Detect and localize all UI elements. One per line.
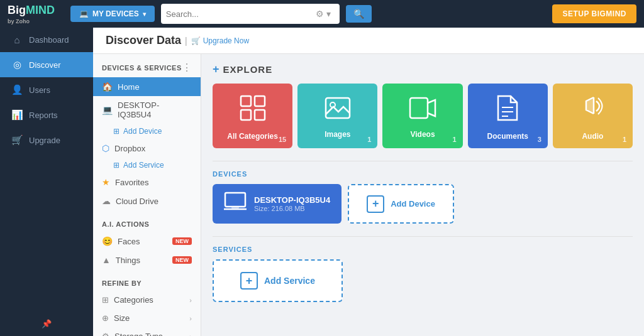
- cart-icon: 🛒: [11, 134, 23, 146]
- explore-card-documents[interactable]: Documents 3: [468, 84, 548, 148]
- breadcrumb: Discover Data | 🛒 Upgrade Now: [93, 28, 644, 54]
- sidebar-item-users[interactable]: 👤 Users: [0, 77, 93, 102]
- ai-actions-title: A.I. ACTIONS: [102, 220, 149, 228]
- explore-card-videos[interactable]: Videos 1: [382, 84, 462, 148]
- laptop-panel-icon: 💻: [102, 105, 113, 115]
- svg-rect-0: [241, 96, 251, 106]
- upgrade-now-label: Upgrade Now: [203, 36, 249, 45]
- explore-cards: All Categories 15 Images 1: [213, 84, 633, 148]
- device-size: Size: 216.08 MB: [254, 205, 330, 212]
- more-options-icon[interactable]: ⋮: [182, 62, 192, 73]
- sidebar-item-label: Upgrade: [29, 136, 60, 145]
- panel-item-cloud-drive[interactable]: ☁ Cloud Drive: [93, 192, 201, 210]
- audio-label: Audio: [582, 132, 603, 141]
- chevron-down-icon: ▾: [143, 11, 146, 18]
- svg-rect-10: [225, 193, 245, 207]
- devices-services-header: DEVICES & SERVICES ⋮: [93, 54, 201, 77]
- add-device-plus-icon: +: [367, 195, 384, 213]
- panel-device-name: DESKTOP-IQ3B5U4: [118, 100, 192, 119]
- panel-item-faces[interactable]: 😊 Faces NEW: [93, 232, 201, 251]
- refine-item-categories[interactable]: ⊞ Categories ›: [93, 291, 201, 309]
- sidebar-item-label: Reports: [29, 111, 58, 120]
- images-label: Images: [325, 130, 350, 139]
- my-devices-button[interactable]: 💻 MY DEVICES ▾: [70, 6, 155, 22]
- chevron-right-icon: ›: [189, 296, 192, 304]
- panel-cloud-label: Cloud Drive: [116, 197, 158, 206]
- panel-faces-label: Faces: [118, 237, 140, 246]
- refine-item-storage-type[interactable]: ⚙ Storage Type ›: [93, 327, 201, 336]
- add-device-card[interactable]: + Add Device: [348, 184, 454, 224]
- add-service-label: Add Service: [123, 161, 164, 170]
- search-button[interactable]: 🔍: [346, 5, 372, 23]
- panel-item-favorites[interactable]: ★ Favorites: [93, 173, 201, 192]
- home-icon: ⌂: [11, 35, 23, 45]
- dropbox-icon: ⬡: [102, 143, 109, 153]
- audio-count: 1: [623, 136, 626, 143]
- add-device-link[interactable]: ⊞ Add Device: [93, 124, 201, 139]
- main-content: Discover Data | 🛒 Upgrade Now DEVICES & …: [93, 28, 644, 336]
- refine-item-size[interactable]: ⊕ Size ›: [93, 309, 201, 327]
- device-name: DESKTOP-IQ3B5U4: [254, 195, 330, 205]
- sidebar-item-dashboard[interactable]: ⌂ Dashboard: [0, 28, 93, 52]
- explore-card-images[interactable]: Images 1: [297, 84, 377, 148]
- videos-count: 1: [452, 136, 456, 143]
- storage-icon: ⚙: [102, 332, 109, 336]
- explore-title: EXPLORE: [223, 64, 273, 75]
- divider-1: [213, 161, 633, 161]
- explore-card-audio[interactable]: Audio 1: [553, 84, 633, 148]
- refine-by-section: REFINE BY ⊞ Categories › ⊕ Size › ⚙ St: [93, 272, 201, 336]
- app-body: ⌂ Dashboard ◎ Discover 👤 Users 📊 Reports…: [0, 28, 644, 336]
- svg-rect-2: [241, 110, 251, 120]
- setup-bigmind-button[interactable]: SETUP BIGMIND: [552, 4, 636, 23]
- laptop-icon: 💻: [79, 9, 89, 18]
- explore-header: + EXPLORE: [213, 63, 633, 76]
- pin-icon[interactable]: 📌: [0, 312, 93, 336]
- upgrade-now-link[interactable]: 🛒 Upgrade Now: [191, 36, 249, 45]
- svg-rect-4: [326, 98, 350, 118]
- refine-size-label: Size: [114, 313, 130, 323]
- svg-rect-6: [410, 98, 428, 118]
- devices-services-title: DEVICES & SERVICES: [102, 64, 182, 72]
- all-categories-label: All Categories: [227, 132, 278, 141]
- all-categories-count: 15: [279, 136, 286, 143]
- discover-icon: ◎: [11, 59, 23, 70]
- documents-count: 3: [538, 136, 541, 143]
- users-icon: 👤: [11, 84, 23, 95]
- sidebar-item-label: Dashboard: [29, 35, 69, 45]
- plus-icon-service: ⊞: [113, 161, 119, 170]
- panel-things-label: Things: [116, 256, 140, 265]
- star-icon: ★: [102, 177, 110, 187]
- inner-layout: DEVICES & SERVICES ⋮ 🏠 Home 💻 DESKTOP-IQ…: [93, 54, 644, 336]
- logo-sub: by Zoho: [8, 18, 55, 24]
- sidebar-item-discover[interactable]: ◎ Discover: [0, 52, 93, 77]
- panel-item-things[interactable]: ▲ Things NEW: [93, 251, 201, 269]
- device-card-desktop[interactable]: DESKTOP-IQ3B5U4 Size: 216.08 MB: [213, 184, 341, 224]
- explore-card-all-categories[interactable]: All Categories 15: [213, 84, 292, 148]
- images-icon: [325, 97, 351, 125]
- ai-actions-header: A.I. ACTIONS: [93, 213, 201, 232]
- right-panel: + EXPLORE All Categories: [201, 54, 644, 336]
- add-service-card[interactable]: + Add Service: [213, 259, 343, 302]
- face-icon: 😊: [102, 236, 113, 246]
- search-bar: ⚙ ▾: [161, 4, 340, 24]
- documents-icon: [497, 95, 518, 127]
- add-service-link[interactable]: ⊞ Add Service: [93, 158, 201, 173]
- sidebar-item-upgrade[interactable]: 🛒 Upgrade: [0, 127, 93, 153]
- videos-label: Videos: [410, 130, 435, 139]
- home-panel-icon: 🏠: [102, 82, 113, 92]
- panel-item-home[interactable]: 🏠 Home: [93, 77, 201, 96]
- refine-storage-label: Storage Type: [114, 332, 163, 336]
- search-input[interactable]: [166, 9, 316, 19]
- gear-icon[interactable]: ⚙ ▾: [316, 9, 331, 19]
- sidebar-item-label: Users: [29, 85, 50, 95]
- panel-item-dropbox[interactable]: ⬡ Dropbox: [93, 139, 201, 158]
- svg-rect-3: [255, 110, 265, 120]
- size-icon: ⊕: [102, 313, 109, 323]
- logo-mind: MIND: [26, 4, 55, 16]
- images-count: 1: [367, 136, 371, 143]
- panel-item-desktop[interactable]: 💻 DESKTOP-IQ3B5U4: [93, 96, 201, 124]
- sidebar-item-label: Discover: [29, 60, 61, 70]
- cart-small-icon: 🛒: [191, 36, 201, 45]
- sidebar-item-reports[interactable]: 📊 Reports: [0, 102, 93, 127]
- documents-label: Documents: [487, 132, 528, 141]
